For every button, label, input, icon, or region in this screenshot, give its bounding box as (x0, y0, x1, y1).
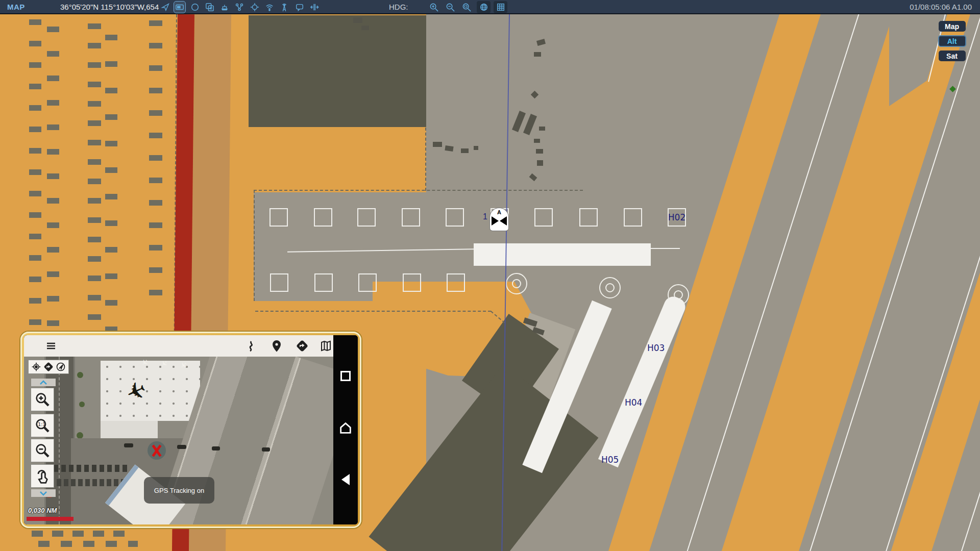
apron-dashed-edge (254, 190, 583, 191)
tree (79, 402, 85, 407)
top-toolbar: MAP 36°05'20"N 115°10'03"W,654 HDG: 01/0… (0, 0, 980, 14)
phone-window[interactable]: ✈ ✈ ✈ ✈ 1:1 (20, 332, 361, 528)
locate-arrow-icon[interactable] (159, 1, 172, 13)
vehicle (353, 17, 362, 23)
layer-button-group: Map Alt Sat (937, 21, 967, 61)
vehicle (433, 142, 442, 147)
phone-toolbar (24, 335, 333, 357)
collapse-up-button[interactable] (31, 379, 56, 386)
display-icon[interactable] (174, 1, 186, 13)
pointer-circle-icon (56, 362, 66, 372)
branch-icon[interactable] (233, 1, 246, 13)
crosshair-icon[interactable] (249, 1, 261, 13)
ownship-x-marker (150, 443, 164, 458)
parking-cars-row (38, 541, 138, 547)
app-title: MAP (7, 3, 25, 11)
helicopter (177, 445, 186, 449)
mini-toolbar (28, 360, 69, 374)
helipad-square (403, 273, 421, 292)
zoom-window-icon[interactable] (460, 1, 473, 13)
vehicle (534, 52, 541, 57)
helipad-square-h02: H02 (668, 208, 686, 227)
touch-pan-button[interactable] (31, 464, 54, 488)
parking-cars-row (32, 531, 134, 537)
vehicle (461, 148, 469, 153)
parking-cars (54, 465, 130, 472)
aircraft-symbol[interactable]: A (489, 207, 509, 232)
helipad-square (270, 273, 288, 292)
apron-dashed-edge (255, 311, 491, 312)
split-arrows-icon[interactable] (308, 1, 321, 13)
helipad-square (579, 208, 598, 227)
zoom-out-icon[interactable] (444, 1, 456, 13)
apron-dashed-edge (254, 190, 255, 301)
map-scale-bar (27, 517, 74, 521)
helipad-square (314, 273, 333, 292)
back-button[interactable] (341, 474, 350, 485)
parking-cars-column (149, 20, 162, 300)
zoom-out-button[interactable] (31, 439, 54, 462)
helipad-square (446, 208, 464, 227)
pad-label-h05: H05 (601, 455, 619, 465)
road-lane-line (59, 357, 60, 524)
map-icon[interactable] (320, 340, 332, 352)
taxi-line (651, 248, 680, 249)
home-button[interactable] (338, 421, 353, 437)
helipad-square (534, 208, 553, 227)
globe-icon[interactable] (477, 1, 491, 13)
zoom-in-icon[interactable] (428, 1, 440, 13)
layers-icon[interactable] (204, 1, 216, 13)
building (249, 15, 426, 127)
pin-icon[interactable] (271, 340, 283, 352)
helipad-circle (506, 273, 527, 294)
recents-button[interactable] (340, 371, 351, 381)
helipad-square (624, 208, 642, 227)
parking-cars (57, 479, 128, 486)
coordinates-readout: 36°05'20"N 115°10'03"W,654 (60, 3, 159, 11)
antenna-icon[interactable] (278, 1, 290, 13)
vehicle (536, 149, 543, 154)
helipad-square (357, 208, 376, 227)
heading-label: HDG: (389, 3, 408, 11)
helipad-square (314, 208, 332, 227)
vehicle (445, 145, 453, 152)
chat-icon[interactable] (293, 1, 306, 13)
zoom-actual-button[interactable]: 1:1 (31, 414, 54, 437)
map-scale-label: 0,030 NM (28, 507, 57, 514)
navigate-icon[interactable] (296, 340, 308, 352)
pad-label-h02: H02 (668, 212, 685, 222)
clock-readout: 01/08:05:06 A1.00 (910, 3, 972, 11)
pad-label-h04: H04 (625, 397, 642, 408)
helicopter (262, 447, 270, 452)
phone-satellite-map[interactable]: ✈ ✈ ✈ ✈ 1:1 (24, 357, 333, 524)
zoom-in-button[interactable] (31, 388, 54, 411)
helipad-square (402, 208, 420, 227)
helipad-circle (599, 277, 621, 298)
vehicle (534, 139, 540, 143)
turn-diamond-icon (43, 362, 54, 372)
grid-icon[interactable] (494, 1, 507, 13)
map-layer-button[interactable]: Map (939, 21, 966, 32)
helipad-square (358, 273, 377, 292)
route-icon[interactable] (245, 340, 257, 352)
circle-icon[interactable] (189, 1, 201, 13)
helipad-square (447, 273, 465, 292)
menu-icon[interactable] (45, 340, 57, 352)
helicopter (124, 443, 133, 447)
wifi-icon[interactable] (263, 1, 276, 13)
sat-layer-button[interactable]: Sat (939, 51, 966, 61)
vehicle (539, 127, 545, 131)
taxiway-strip (474, 243, 651, 266)
pad-label-h03: H03 (647, 343, 665, 353)
android-nav-bar (333, 335, 358, 524)
vehicle (361, 26, 369, 30)
helicopter (212, 446, 220, 450)
collapse-down-button[interactable] (31, 489, 56, 497)
apron-dashed-edge (425, 128, 426, 191)
tree (77, 372, 83, 378)
target-icon (31, 362, 41, 372)
vehicle-icon[interactable] (218, 1, 231, 13)
pad-label-h01-partial: 1 (483, 212, 487, 221)
alt-layer-button[interactable]: Alt (938, 35, 966, 47)
helipad-square (270, 208, 288, 227)
